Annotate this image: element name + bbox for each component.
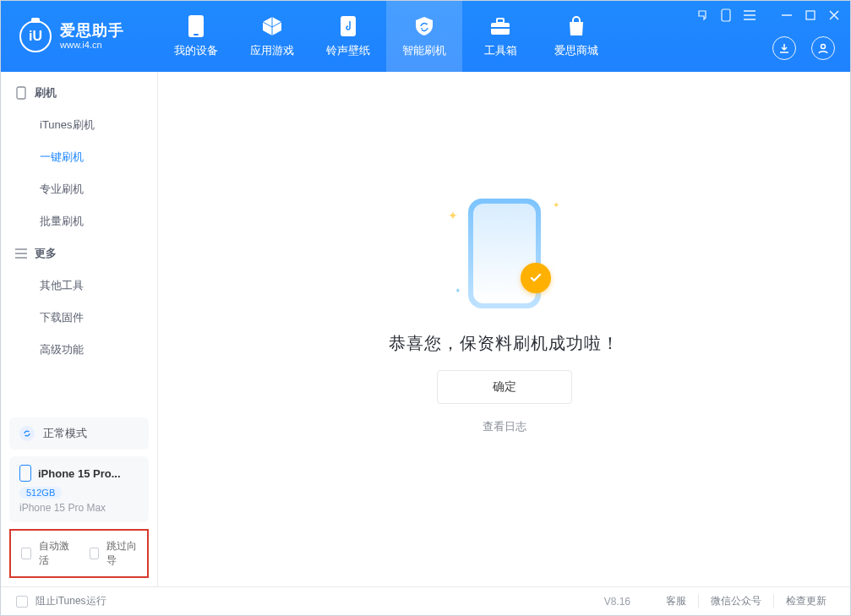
sidebar-bottom: 正常模式 iPhone 15 Pro... 512GB iPhone 15 Pr… xyxy=(1,411,157,586)
feedback-icon[interactable] xyxy=(695,8,710,23)
sidebar-item-batch[interactable]: 批量刷机 xyxy=(1,205,157,237)
ok-button[interactable]: 确定 xyxy=(437,370,572,404)
top-nav: 我的设备 应用游戏 铃声壁纸 智能刷机 工具箱 爱思商城 xyxy=(158,1,614,72)
device-card[interactable]: iPhone 15 Pro... 512GB iPhone 15 Pro Max xyxy=(9,456,149,522)
close-icon[interactable] xyxy=(826,8,842,23)
sidebar-item-onekey[interactable]: 一键刷机 xyxy=(1,141,157,173)
phone-small-icon xyxy=(14,86,28,100)
menu-icon[interactable] xyxy=(742,8,757,23)
device-icon xyxy=(184,14,208,38)
nav-flash[interactable]: 智能刷机 xyxy=(386,1,462,72)
refresh-shield-icon xyxy=(412,14,436,38)
checkbox-input[interactable] xyxy=(16,596,28,608)
brand-url: www.i4.cn xyxy=(60,40,124,50)
mode-pill[interactable]: 正常模式 xyxy=(9,417,149,450)
window-controls xyxy=(695,8,842,23)
sparkle-icon: ✦ xyxy=(448,209,458,222)
mode-label: 正常模式 xyxy=(43,426,87,441)
footer: 阻止iTunes运行 V8.16 客服 微信公众号 检查更新 xyxy=(1,586,850,615)
sidebar-item-advanced[interactable]: 高级功能 xyxy=(1,334,157,366)
sidebar-group-title: 刷机 xyxy=(1,77,157,109)
svg-rect-9 xyxy=(17,87,25,99)
checkbox-input[interactable] xyxy=(90,548,100,559)
auto-activate-checkbox[interactable]: 自动激活 xyxy=(18,539,73,568)
success-panel: ✦ ✦ ✦ 恭喜您，保资料刷机成功啦！ 确定 查看日志 xyxy=(389,190,619,434)
footer-link-wechat[interactable]: 微信公众号 xyxy=(698,594,773,608)
sidebar-item-firmware[interactable]: 下载固件 xyxy=(1,302,157,334)
minimize-icon[interactable] xyxy=(779,8,794,23)
block-itunes-checkbox[interactable]: 阻止iTunes运行 xyxy=(13,593,106,610)
options-highlight: 自动激活 跳过向导 xyxy=(9,529,149,578)
app-window: iU 爱思助手 www.i4.cn 我的设备 应用游戏 铃声壁纸 智能刷机 xyxy=(0,0,851,616)
sidebar-item-itunes[interactable]: iTunes刷机 xyxy=(1,109,157,141)
nav-label: 我的设备 xyxy=(174,43,218,58)
nav-tools[interactable]: 工具箱 xyxy=(462,1,538,72)
sidebar-group-flash: 刷机 iTunes刷机 一键刷机 专业刷机 批量刷机 xyxy=(1,77,157,237)
version-label: V8.16 xyxy=(604,596,630,608)
more-icon xyxy=(14,247,28,260)
svg-rect-1 xyxy=(194,34,199,35)
brand-logo-icon: iU xyxy=(19,20,52,52)
body: 刷机 iTunes刷机 一键刷机 专业刷机 批量刷机 更多 其他工具 下载固件 … xyxy=(1,72,850,586)
checkbox-input[interactable] xyxy=(21,548,31,559)
sidebar-item-other[interactable]: 其他工具 xyxy=(1,270,157,302)
footer-links: 客服 微信公众号 检查更新 xyxy=(654,594,838,608)
success-illustration: ✦ ✦ ✦ xyxy=(433,190,576,317)
device-name: iPhone 15 Pro... xyxy=(38,467,121,480)
sparkle-icon: ✦ xyxy=(455,286,461,295)
header-actions xyxy=(772,36,835,60)
phone-outline-icon xyxy=(19,465,31,482)
device-model: iPhone 15 Pro Max xyxy=(19,502,139,514)
sidebar-item-pro[interactable]: 专业刷机 xyxy=(1,173,157,205)
brand-title: 爱思助手 xyxy=(60,23,124,40)
view-log-link[interactable]: 查看日志 xyxy=(483,419,526,434)
nav-label: 铃声壁纸 xyxy=(326,43,370,58)
account-button[interactable] xyxy=(811,36,835,60)
nav-shop[interactable]: 爱思商城 xyxy=(538,1,614,72)
storage-badge: 512GB xyxy=(19,487,62,499)
sidebar: 刷机 iTunes刷机 一键刷机 专业刷机 批量刷机 更多 其他工具 下载固件 … xyxy=(1,72,158,586)
bag-icon xyxy=(565,14,588,38)
nav-label: 爱思商城 xyxy=(554,43,598,58)
sidebar-group-more: 更多 其他工具 下载固件 高级功能 xyxy=(1,237,157,366)
svg-rect-6 xyxy=(722,9,730,21)
music-icon xyxy=(336,14,360,38)
header: iU 爱思助手 www.i4.cn 我的设备 应用游戏 铃声壁纸 智能刷机 xyxy=(1,1,850,72)
brand: iU 爱思助手 www.i4.cn xyxy=(1,20,158,52)
check-badge-icon xyxy=(521,263,551,293)
nav-label: 工具箱 xyxy=(484,43,517,58)
sidebar-group-title: 更多 xyxy=(1,237,157,270)
nav-label: 智能刷机 xyxy=(402,43,446,58)
sparkle-icon: ✦ xyxy=(553,200,559,210)
svg-rect-4 xyxy=(497,19,504,23)
skip-wizard-checkbox[interactable]: 跳过向导 xyxy=(86,539,141,568)
svg-rect-5 xyxy=(491,27,510,29)
refresh-small-icon xyxy=(19,426,35,441)
nav-apps[interactable]: 应用游戏 xyxy=(234,1,310,72)
nav-device[interactable]: 我的设备 xyxy=(158,1,234,72)
main-content: ✦ ✦ ✦ 恭喜您，保资料刷机成功啦！ 确定 查看日志 xyxy=(158,72,850,586)
sidebar-scroll: 刷机 iTunes刷机 一键刷机 专业刷机 批量刷机 更多 其他工具 下载固件 … xyxy=(1,72,157,411)
svg-point-8 xyxy=(821,45,826,49)
cube-icon xyxy=(260,14,284,38)
phone-link-icon[interactable] xyxy=(718,8,734,23)
nav-label: 应用游戏 xyxy=(250,43,294,58)
download-button[interactable] xyxy=(772,36,796,60)
svg-rect-7 xyxy=(806,11,815,19)
footer-link-support[interactable]: 客服 xyxy=(654,594,698,608)
success-message: 恭喜您，保资料刷机成功啦！ xyxy=(389,332,619,355)
nav-ringtone[interactable]: 铃声壁纸 xyxy=(310,1,386,72)
maximize-icon[interactable] xyxy=(803,8,818,23)
toolbox-icon xyxy=(488,14,512,38)
footer-link-update[interactable]: 检查更新 xyxy=(773,594,838,608)
